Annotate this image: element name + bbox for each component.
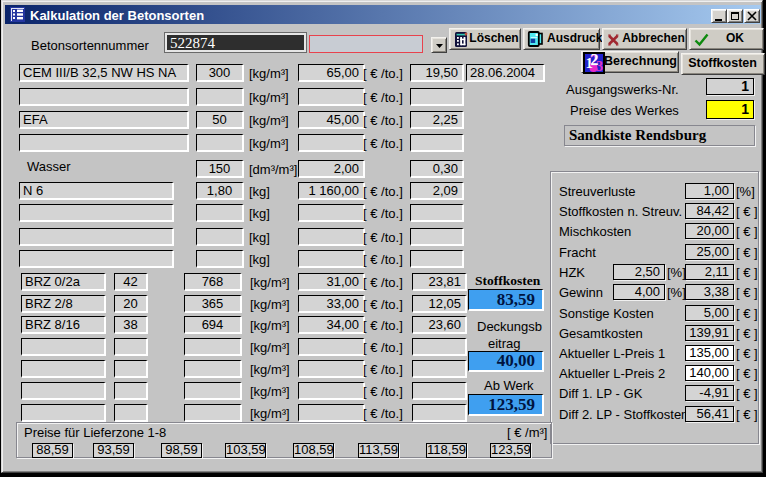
svg-text:3: 3	[596, 59, 603, 74]
